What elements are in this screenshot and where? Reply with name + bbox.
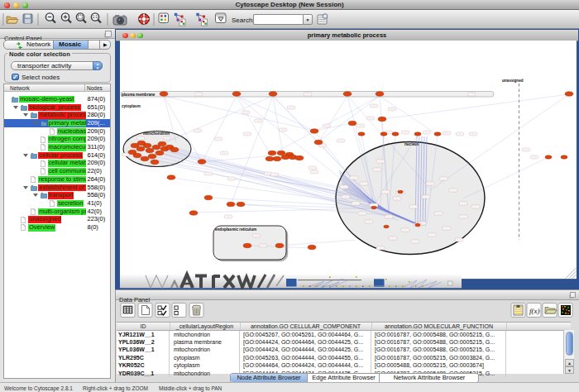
svg-text:mitochondrion: mitochondrion — [143, 131, 170, 136]
svg-text:unassigned: unassigned — [502, 79, 524, 83]
svg-text:1:1: 1:1 — [93, 15, 98, 19]
svg-text:endoplasmic reticulum: endoplasmic reticulum — [215, 227, 256, 232]
svg-text:f(x): f(x) — [529, 307, 540, 315]
svg-text:plasma membrane: plasma membrane — [122, 93, 156, 97]
svg-text:cytoplasm: cytoplasm — [122, 104, 141, 108]
